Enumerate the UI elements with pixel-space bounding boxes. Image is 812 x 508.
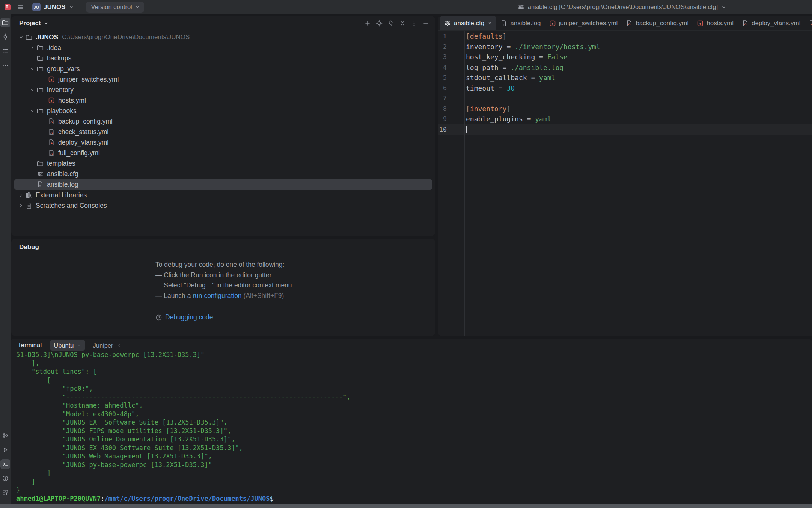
- terminal-panel-title[interactable]: Terminal: [18, 342, 42, 349]
- debug-step-1: — Click the Run icon in the editor gutte…: [155, 270, 292, 281]
- svg-text:A: A: [744, 22, 747, 26]
- terminal-tab-juniper[interactable]: Juniper: [89, 340, 125, 351]
- kebab-icon: [411, 20, 417, 27]
- tree-item-scratches-and-consoles[interactable]: Scratches and Consoles: [14, 200, 432, 211]
- tree-item-juniper-switches-yml[interactable]: Yjuniper_switches.yml: [14, 74, 432, 85]
- editor-tab-check-status-yml[interactable]: Acheck_status.yml: [804, 16, 812, 30]
- tree-item-templates[interactable]: templates: [14, 158, 432, 169]
- stripe-terminal-button[interactable]: [0, 459, 10, 469]
- line-number: 7: [438, 93, 464, 104]
- close-tab-icon[interactable]: [116, 343, 121, 348]
- chevron-down-icon[interactable]: [721, 5, 726, 10]
- editor-tab-ansible-log[interactable]: ansible.log: [496, 16, 545, 30]
- debug-instructions: To debug your code, do one of the follow…: [155, 260, 292, 301]
- code-line-1[interactable]: 1[defaults]: [438, 31, 812, 42]
- tree-item-external-libraries[interactable]: External Libraries: [14, 190, 432, 200]
- project-widget[interactable]: JU JUNOS: [30, 2, 76, 12]
- code-line-5[interactable]: 5stdout_callback = yaml: [438, 73, 812, 83]
- tree-item-group-vars[interactable]: group_vars: [14, 63, 432, 74]
- services-icon: [2, 489, 9, 496]
- code-line-4[interactable]: 4log_path = ./ansible.log: [438, 62, 812, 73]
- editor-tab-hosts-yml[interactable]: Yhosts.yml: [693, 16, 738, 30]
- code-line-6[interactable]: 6timeout = 30: [438, 83, 812, 94]
- tree-item-idea[interactable]: .idea: [14, 42, 432, 53]
- debugging-code-link[interactable]: Debugging code: [165, 313, 213, 321]
- chevron-down-icon[interactable]: [17, 33, 26, 42]
- stripe-commit-button[interactable]: [0, 32, 10, 42]
- main-menu-button[interactable]: [15, 2, 26, 13]
- chevron-right-icon[interactable]: [17, 190, 26, 200]
- stripe-problems-button[interactable]: [0, 473, 10, 483]
- editor-tab-deploy-vlans-yml[interactable]: Adeploy_vlans.yml: [738, 16, 804, 30]
- tree-item-check-status-yml[interactable]: Acheck_status.yml: [14, 127, 432, 137]
- tree-item-playbooks[interactable]: playbooks: [14, 106, 432, 116]
- tree-item-label: JUNOS: [36, 33, 58, 41]
- tree-item-label: playbooks: [47, 107, 77, 115]
- stripe-run-button[interactable]: [0, 445, 10, 455]
- project-panel-title: Project: [19, 20, 41, 27]
- stripe-project-button[interactable]: [0, 18, 10, 27]
- tree-item-full-config-yml[interactable]: Afull_config.yml: [14, 148, 432, 158]
- locate-file-button[interactable]: [376, 20, 383, 27]
- stripe-more-tool-windows-button[interactable]: [0, 60, 10, 70]
- terminal-output[interactable]: 51-D35.3]\nJUNOS py-base-powerpc [13.2X5…: [16, 351, 350, 494]
- structure-icon: [2, 48, 9, 54]
- code-line-7[interactable]: 7: [438, 93, 812, 104]
- add-button[interactable]: [364, 20, 371, 27]
- tree-item-inventory[interactable]: inventory: [14, 85, 432, 95]
- code-line-text: timeout = 30: [464, 83, 515, 94]
- code-line-9[interactable]: 9enable_plugins = yaml: [438, 114, 812, 124]
- stripe-structure-button[interactable]: [0, 46, 10, 56]
- tree-item-ansible-log[interactable]: ansible.log: [14, 179, 432, 190]
- tree-item-hosts-yml[interactable]: Yhosts.yml: [14, 95, 432, 106]
- editor-body[interactable]: 1[defaults]2inventory = ./inventory/host…: [438, 31, 812, 336]
- more-options-button[interactable]: [411, 20, 417, 27]
- editor-tab-ansible-cfg[interactable]: ansible.cfg: [440, 16, 496, 30]
- tree-item-label: .idea: [47, 44, 61, 52]
- code-line-2[interactable]: 2inventory = ./inventory/hosts.yml: [438, 42, 812, 52]
- terminal-prompt-line[interactable]: ahmed1@LAPTOP-P20QUVN7:/mnt/c/Users/prog…: [16, 494, 281, 503]
- tree-item-deploy-vlans-yml[interactable]: Adeploy_vlans.yml: [14, 137, 432, 148]
- run-configuration-link[interactable]: run configuration: [193, 292, 241, 299]
- chevron-down-icon[interactable]: [28, 106, 37, 115]
- stripe-services-button[interactable]: [0, 488, 10, 497]
- code-line-10[interactable]: 10: [438, 124, 812, 135]
- chevron-spacer: [39, 117, 48, 126]
- close-tab-icon[interactable]: [77, 343, 81, 348]
- folder-icon: [26, 34, 32, 41]
- code-line-8[interactable]: 8[inventory]: [438, 104, 812, 114]
- minus-icon: [422, 20, 429, 27]
- line-number: 9: [438, 114, 464, 124]
- debug-help-row: Debugging code: [155, 313, 213, 321]
- editor-tab-juniper-switches-yml[interactable]: Yjuniper_switches.yml: [545, 16, 622, 30]
- editor-tab-backup-config-yml[interactable]: Abackup_config.yml: [622, 16, 693, 30]
- close-tab-icon[interactable]: [487, 21, 492, 26]
- svg-text:Y: Y: [551, 21, 554, 25]
- stripe-version-control-button[interactable]: [0, 431, 10, 440]
- folder-icon: [37, 160, 44, 167]
- collapse-all-button[interactable]: [399, 20, 406, 27]
- window-title-area: ansible.cfg [C:\Users\progr\OneDrive\Doc…: [518, 3, 726, 11]
- chevron-down-icon[interactable]: [28, 64, 37, 73]
- terminal-tab-ubuntu[interactable]: Ubuntu: [50, 340, 85, 351]
- chevron-down-icon[interactable]: [28, 85, 37, 94]
- chevron-right-icon[interactable]: [17, 201, 26, 210]
- tree-item-label: inventory: [47, 86, 74, 94]
- target-icon: [376, 20, 383, 27]
- code-line-text: [defaults]: [464, 31, 506, 42]
- tree-item-ansible-cfg[interactable]: ansible.cfg: [14, 169, 432, 179]
- version-control-icon: [2, 432, 9, 439]
- code-line-3[interactable]: 3host_key_checking = False: [438, 52, 812, 62]
- version-control-widget[interactable]: Version control: [86, 2, 144, 13]
- debug-tool-window: Debug To debug your code, do one of the …: [11, 239, 435, 336]
- tree-item-label: check_status.yml: [58, 128, 108, 136]
- expand-all-button[interactable]: [387, 20, 394, 27]
- tree-item-backup-config-yml[interactable]: Abackup_config.yml: [14, 116, 432, 127]
- tree-item-backups[interactable]: backups: [14, 53, 432, 63]
- chevron-spacer: [39, 138, 48, 147]
- chevron-right-icon[interactable]: [28, 43, 37, 52]
- hide-button[interactable]: [422, 20, 429, 27]
- tree-item-junos[interactable]: JUNOSC:\Users\progr\OneDrive\Documents\J…: [14, 32, 432, 42]
- ansible-playbook-icon: A: [48, 129, 55, 135]
- project-view-selector[interactable]: Project: [19, 20, 49, 27]
